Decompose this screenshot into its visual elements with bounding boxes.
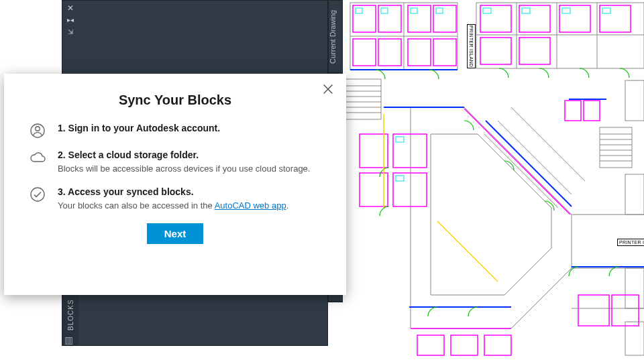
svg-rect-15 xyxy=(600,127,632,168)
palette-collapse-icon[interactable]: ▸◂ xyxy=(66,15,75,25)
svg-rect-63 xyxy=(483,8,491,13)
svg-point-79 xyxy=(31,188,44,201)
check-icon xyxy=(30,186,46,202)
svg-rect-35 xyxy=(433,5,456,32)
tab-current-drawing[interactable]: Current Drawing xyxy=(329,1,342,73)
svg-rect-47 xyxy=(393,173,427,206)
svg-point-78 xyxy=(36,127,40,131)
step-3-desc: Your blocks can also be accessed in the … xyxy=(58,200,321,213)
svg-rect-68 xyxy=(396,176,404,181)
svg-rect-32 xyxy=(353,5,376,32)
floorplan-svg xyxy=(343,0,644,362)
svg-rect-30 xyxy=(625,268,644,308)
step-2-title: 2. Select a cloud storage folder. xyxy=(58,149,321,160)
user-icon xyxy=(30,123,46,139)
svg-rect-61 xyxy=(411,8,417,13)
svg-rect-60 xyxy=(381,8,388,13)
svg-rect-51 xyxy=(584,101,600,121)
svg-rect-50 xyxy=(565,101,581,121)
svg-rect-39 xyxy=(433,39,456,66)
drawing-canvas[interactable]: PRINTER ISLAND PRINTER ISLAND xyxy=(343,0,644,362)
svg-rect-45 xyxy=(519,38,550,64)
svg-line-72 xyxy=(486,121,572,206)
svg-rect-64 xyxy=(522,8,530,13)
palette-menu-icon[interactable]: ▥ xyxy=(64,335,76,347)
svg-line-76 xyxy=(437,221,498,282)
svg-rect-29 xyxy=(625,174,644,215)
svg-rect-52 xyxy=(578,295,609,326)
svg-rect-62 xyxy=(436,8,443,13)
svg-rect-28 xyxy=(625,80,644,121)
svg-rect-43 xyxy=(600,5,631,32)
svg-rect-33 xyxy=(378,5,401,32)
printer-island-label-2: PRINTER ISLAND xyxy=(617,239,644,246)
sync-blocks-dialog: Sync Your Blocks 1. Sign in to your Auto… xyxy=(4,74,346,295)
svg-rect-56 xyxy=(484,335,511,355)
svg-rect-34 xyxy=(408,5,431,32)
svg-rect-38 xyxy=(408,39,431,66)
svg-rect-54 xyxy=(417,335,444,355)
step-1-title: 1. Sign in to your Autodesk account. xyxy=(58,123,321,133)
step-1: 1. Sign in to your Autodesk account. xyxy=(30,123,321,139)
svg-line-23 xyxy=(498,121,572,194)
svg-rect-41 xyxy=(519,5,550,32)
svg-rect-55 xyxy=(451,335,478,355)
svg-rect-1 xyxy=(476,3,644,68)
palette-pin-icon[interactable]: ⇲ xyxy=(66,27,75,37)
step-3: 3. Access your synced blocks. Your block… xyxy=(30,186,321,213)
svg-rect-66 xyxy=(602,8,610,13)
palette-close-icon[interactable]: ✕ xyxy=(66,3,75,13)
svg-rect-40 xyxy=(480,5,511,32)
svg-line-57 xyxy=(464,109,570,215)
svg-rect-46 xyxy=(393,134,427,168)
svg-rect-42 xyxy=(559,5,590,32)
palette-toolbar: ✕ ▸◂ ⇲ xyxy=(62,1,78,41)
svg-line-22 xyxy=(484,134,558,208)
svg-rect-44 xyxy=(480,38,511,64)
svg-rect-31 xyxy=(625,322,644,355)
svg-rect-36 xyxy=(353,39,376,66)
svg-line-24 xyxy=(511,107,585,181)
svg-rect-65 xyxy=(562,8,570,13)
printer-island-label-1: PRINTER ISLAND xyxy=(467,24,476,68)
svg-rect-59 xyxy=(356,8,362,13)
close-icon[interactable] xyxy=(321,82,335,97)
svg-rect-37 xyxy=(378,39,401,66)
cloud-icon xyxy=(30,149,46,166)
dialog-title: Sync Your Blocks xyxy=(30,93,321,108)
step-2: 2. Select a cloud storage folder. Blocks… xyxy=(30,149,321,176)
svg-rect-67 xyxy=(396,137,404,142)
step-2-desc: Blocks will be accessible across devices… xyxy=(58,163,321,176)
step-3-title: 3. Access your synced blocks. xyxy=(58,186,321,197)
svg-rect-8 xyxy=(343,79,381,119)
autocad-web-app-link[interactable]: AutoCAD web app xyxy=(215,200,286,210)
next-button[interactable]: Next xyxy=(147,223,204,244)
